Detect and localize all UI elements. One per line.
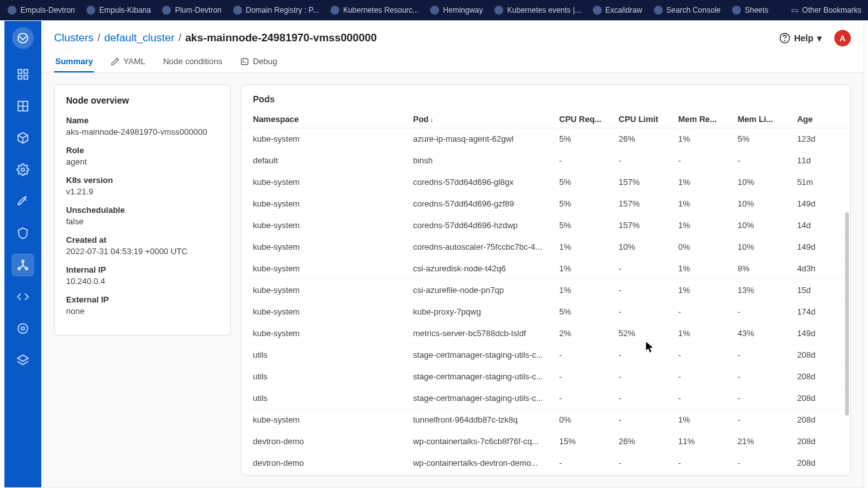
- cell-age: 208d: [790, 388, 850, 409]
- table-row[interactable]: kube-systemkube-proxy-7pqwg5%---174d: [241, 301, 850, 323]
- nav-code-icon[interactable]: [11, 285, 34, 308]
- table-row[interactable]: defaultbinsh----11d: [241, 150, 850, 172]
- tab-debug[interactable]: Debug: [239, 51, 278, 72]
- breadcrumb-sep: /: [179, 32, 182, 44]
- table-row[interactable]: kube-systemazure-ip-masq-agent-62gwl5%26…: [241, 128, 850, 150]
- bookmark-favicon-icon: [162, 6, 171, 15]
- cell-memreq: -: [672, 301, 731, 323]
- nav-cluster-icon[interactable]: [11, 254, 34, 276]
- cell-cpureq: -: [553, 452, 613, 474]
- th-cpureq[interactable]: CPU Req...: [553, 111, 613, 128]
- table-row[interactable]: utilsstage-certmanager-staging-utils-c..…: [241, 388, 850, 409]
- cell-pod: binsh: [407, 150, 553, 172]
- cell-cpulim: -: [613, 344, 672, 366]
- table-row[interactable]: utilsstage-certmanager-staging-utils-c..…: [241, 366, 850, 388]
- table-row[interactable]: kube-systemcsi-azurefile-node-pn7qp1%-1%…: [241, 280, 850, 301]
- table-row[interactable]: kube-systemmetrics-server-bc5788dcb-lsld…: [241, 323, 850, 344]
- cell-memreq: 1%: [672, 280, 731, 301]
- cell-cpulim: 10%: [613, 236, 672, 258]
- cell-ns: kube-system: [241, 280, 407, 301]
- cell-memlim: 43%: [731, 323, 791, 344]
- th-pod[interactable]: Pod↓: [407, 111, 553, 128]
- nav-shield-icon[interactable]: [11, 222, 34, 245]
- nav-chart-icon[interactable]: [11, 95, 34, 118]
- pods-table-wrapper[interactable]: Namespace Pod↓ CPU Req... CPU Limit Mem …: [241, 111, 850, 475]
- bookmark-label: Excalidraw: [606, 6, 642, 15]
- tab-conditions[interactable]: Node conditions: [162, 51, 224, 72]
- nav-apps-icon[interactable]: [11, 63, 34, 86]
- breadcrumb-clusters[interactable]: Clusters: [54, 32, 93, 44]
- cell-cpulim: 26%: [613, 431, 672, 452]
- breadcrumb-cluster[interactable]: default_cluster: [104, 32, 175, 44]
- bookmark-item[interactable]: Empuls-Kibana: [86, 6, 151, 15]
- nav-layers-icon[interactable]: [11, 349, 34, 372]
- th-memlim[interactable]: Mem Li...: [731, 111, 791, 128]
- bookmark-item[interactable]: Search Console: [654, 6, 721, 15]
- breadcrumb-node: aks-mainnode-24981970-vmss000000: [185, 32, 376, 44]
- cell-memreq: 1%: [672, 409, 731, 431]
- overview-value: none: [66, 306, 219, 316]
- th-cpulim[interactable]: CPU Limit: [613, 111, 672, 128]
- bookmark-item[interactable]: Empuls-Devtron: [8, 6, 75, 15]
- bookmark-item[interactable]: Kubernetes events |...: [494, 6, 581, 15]
- th-age[interactable]: Age: [790, 111, 850, 128]
- pods-title: Pods: [241, 85, 850, 111]
- table-row[interactable]: utilsstage-certmanager-staging-utils-c..…: [241, 344, 850, 366]
- table-row[interactable]: kube-systemcsi-azuredisk-node-t42q61%-1%…: [241, 258, 850, 280]
- bookmark-item[interactable]: Hemingway: [430, 6, 483, 15]
- nav-settings-icon[interactable]: [11, 317, 34, 340]
- cell-memlim: -: [731, 150, 791, 172]
- table-row[interactable]: devtron-demowp-containertalks-7c6cb8f76f…: [241, 431, 850, 452]
- table-row[interactable]: kube-systemtunnelfront-964ddb87c-lzk8q0%…: [241, 409, 850, 431]
- app-logo[interactable]: [12, 27, 34, 49]
- th-memreq[interactable]: Mem Re...: [672, 111, 731, 128]
- nav-cube-icon[interactable]: [11, 126, 34, 149]
- tab-yaml-label: YAML: [123, 57, 145, 66]
- avatar[interactable]: A: [834, 30, 851, 46]
- cell-cpureq: 5%: [553, 301, 613, 323]
- overview-value: aks-mainnode-24981970-vmss000000: [66, 127, 219, 137]
- cell-age: 208d: [790, 409, 850, 431]
- tab-conditions-label: Node conditions: [163, 57, 222, 66]
- cell-memreq: -: [672, 366, 731, 388]
- bookmark-item[interactable]: Sheets: [732, 6, 768, 15]
- tab-summary[interactable]: Summary: [54, 51, 94, 72]
- tab-yaml[interactable]: YAML: [109, 51, 146, 72]
- table-row[interactable]: kube-systemcoredns-autoscaler-75fccbc7bc…: [241, 236, 850, 258]
- bookmark-item[interactable]: Plum-Devtron: [162, 6, 221, 15]
- table-row[interactable]: kube-systemcoredns-57dd64d696-hzdwp5%157…: [241, 215, 850, 236]
- bookmark-item[interactable]: Kubernetes Resourc...: [330, 6, 419, 15]
- th-namespace[interactable]: Namespace: [241, 111, 407, 128]
- cell-cpureq: -: [553, 344, 613, 366]
- bookmark-favicon-icon: [732, 6, 741, 15]
- svg-rect-2: [24, 70, 28, 74]
- cell-pod: csi-azuredisk-node-t42q6: [407, 258, 553, 280]
- bookmark-favicon-icon: [430, 6, 439, 15]
- bookmark-item[interactable]: Domain Registry : P...: [233, 6, 319, 15]
- nav-gear-icon[interactable]: [11, 158, 34, 181]
- scrollbar[interactable]: [845, 212, 849, 416]
- cell-cpulim: 52%: [613, 323, 672, 344]
- overview-label: Created at: [66, 235, 219, 245]
- help-button[interactable]: Help ▾: [779, 32, 822, 44]
- table-row[interactable]: kube-systemcoredns-57dd64d696-gl8gx5%157…: [241, 172, 850, 193]
- bookmark-item[interactable]: Excalidraw: [593, 6, 642, 15]
- cell-memreq: 0%: [672, 236, 731, 258]
- cell-cpureq: 5%: [553, 193, 613, 215]
- other-bookmarks[interactable]: ▭ Other Bookmarks: [791, 6, 861, 15]
- table-row[interactable]: devtron-demowp-containertalks-devtron-de…: [241, 452, 850, 474]
- overview-value: 2022-07-31 04:53:19 +0000 UTC: [66, 247, 219, 256]
- sidebar: [4, 21, 41, 487]
- cell-cpureq: -: [553, 388, 613, 409]
- cell-age: 123d: [790, 128, 850, 150]
- cell-memlim: -: [731, 344, 791, 366]
- table-row[interactable]: kube-systemcoredns-57dd64d696-gzf895%157…: [241, 193, 850, 215]
- svg-point-10: [22, 327, 25, 330]
- cell-age: 208d: [790, 344, 850, 366]
- svg-point-13: [784, 40, 785, 41]
- cell-cpureq: 0%: [553, 409, 613, 431]
- nav-rocket-icon[interactable]: [11, 190, 34, 213]
- tabs: Summary YAML Node conditions Debug: [41, 51, 864, 73]
- cell-memreq: 1%: [672, 128, 731, 150]
- cell-memlim: 10%: [731, 236, 791, 258]
